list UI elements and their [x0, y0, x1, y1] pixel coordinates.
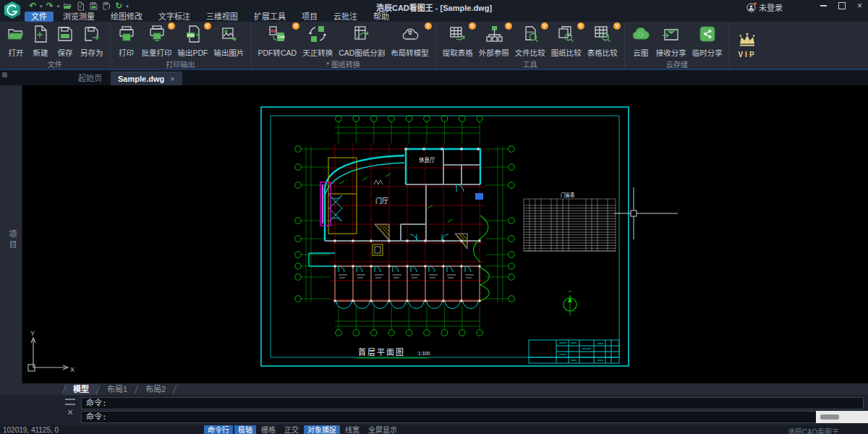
save-button[interactable]: 保存: [53, 24, 77, 59]
project-side-panel[interactable]: 项目: [0, 85, 22, 383]
cad-split-button[interactable]: CAD图纸分割: [336, 24, 388, 59]
layout-tab-bar: 模型布局1布局2: [0, 383, 868, 395]
command-input-1[interactable]: 命令:: [81, 397, 864, 409]
menu-item-帮助[interactable]: 帮助: [367, 12, 396, 22]
layout-tab-布局1[interactable]: 布局1: [98, 384, 136, 395]
drawing-compare-button[interactable]: V图纸比较: [548, 24, 584, 59]
cloud-drawing-icon: [631, 25, 650, 46]
vip-label: VIP: [736, 51, 758, 59]
save-as-button[interactable]: 另存为: [77, 24, 106, 59]
selected-object[interactable]: [475, 193, 483, 200]
cad-drawing[interactable]: 门窗表 首层平面图 1:100 休息厅: [22, 85, 868, 383]
menu-item-扩展工具[interactable]: 扩展工具: [247, 12, 292, 22]
command-input-2[interactable]: 命令:: [81, 411, 864, 423]
plan-title: 首层平面图 1:100: [357, 347, 430, 358]
ribbon-button-label: 提取表格: [443, 47, 473, 58]
minimize-button[interactable]: [820, 5, 827, 7]
undo-icon[interactable]: ↶: [29, 1, 36, 11]
crosshair-cursor: [614, 187, 678, 239]
export-image-button[interactable]: 输出图片: [211, 24, 247, 59]
table-compare-icon: [593, 25, 612, 46]
ribbon-button-label: 另存为: [80, 47, 103, 58]
receive-share-icon: [662, 25, 681, 46]
export-pdf-button[interactable]: PDFV输出PDF: [175, 24, 211, 59]
file-compare-button[interactable]: DWGV文件比较: [512, 24, 548, 59]
ribbon-group-打印输出: 打印V批量打印PDFV输出PDF输出图片打印输出: [111, 22, 252, 69]
ucs-x-label: X: [70, 366, 75, 373]
batch-print-icon: [148, 25, 166, 46]
notification-dot: [754, 2, 757, 5]
extract-table-icon: [448, 25, 467, 46]
sync-icon[interactable]: ↻: [115, 1, 122, 11]
status-toggle-正交[interactable]: 正交: [281, 425, 302, 434]
customize-caret-icon[interactable]: ▾: [126, 1, 129, 11]
status-toggle-命令行[interactable]: 命令行: [204, 425, 233, 434]
close-command-icon[interactable]: ×: [62, 405, 78, 420]
open-folder-icon[interactable]: [63, 1, 72, 11]
ribbon-button-label: 外部参照: [479, 47, 509, 58]
status-toggle-线宽[interactable]: 线宽: [341, 425, 363, 434]
save-icon[interactable]: [89, 1, 98, 11]
layout-to-model-icon: [401, 25, 420, 46]
command-scrollbar[interactable]: [816, 411, 868, 423]
tab-Sample.dwg[interactable]: Sample.dwg×: [111, 72, 182, 85]
tab-起始页[interactable]: 起始页: [71, 69, 109, 85]
menu-item-绘图修改[interactable]: 绘图修改: [104, 12, 149, 22]
ribbon-button-label: 临时分享: [692, 47, 723, 58]
menu-item-浏览测量[interactable]: 浏览测量: [56, 12, 101, 22]
menu-item-项目[interactable]: 项目: [295, 12, 324, 22]
menu-item-文件[interactable]: 文件: [25, 12, 54, 22]
title-block: [529, 340, 619, 363]
print-button[interactable]: 打印: [114, 24, 139, 59]
workspace: 项目: [0, 85, 868, 383]
menu-bar: 文件浏览测量绘图修改文字标注三维视图扩展工具项目云批注帮助: [0, 12, 868, 22]
user-label: 未登录: [759, 1, 783, 13]
scrollbar-thumb[interactable]: [820, 414, 839, 420]
command-grip[interactable]: [65, 399, 75, 405]
drawing-canvas[interactable]: 门窗表 首层平面图 1:100 休息厅: [22, 85, 868, 383]
cloud-drawing-button[interactable]: 云图: [629, 24, 653, 59]
batch-print-button[interactable]: V批量打印: [139, 24, 175, 59]
status-toggle-全屏显示[interactable]: 全屏显示: [365, 425, 401, 434]
xref-button[interactable]: V外部参照: [476, 24, 512, 59]
layout-to-model-button[interactable]: V布局转模型: [388, 24, 432, 59]
vip-badge-icon: V: [505, 22, 512, 30]
extract-table-button[interactable]: V提取表格: [440, 24, 476, 59]
close-button[interactable]: ×: [857, 1, 862, 10]
ribbon-group-图纸转换: PDFCADVPDF转CAD天正转换CAD图纸分割V布局转模型▾图纸转换: [252, 22, 436, 69]
status-toggle-栅格[interactable]: 栅格: [258, 425, 279, 434]
svg-text:PDF: PDF: [187, 33, 195, 38]
group-dropdown-icon[interactable]: ▾: [326, 61, 329, 67]
menu-item-三维视图[interactable]: 三维视图: [200, 12, 244, 22]
table-compare-button[interactable]: V表格比较: [584, 24, 621, 59]
panel-grip[interactable]: [2, 72, 7, 77]
new-file-button[interactable]: 新建: [28, 24, 53, 59]
undo-caret-icon[interactable]: ▾: [40, 1, 43, 11]
pdf-to-cad-button[interactable]: PDFCADVPDF转CAD: [255, 24, 300, 59]
temp-share-button[interactable]: 临时分享: [689, 24, 726, 59]
maximize-button[interactable]: [838, 2, 846, 9]
save-as-icon[interactable]: [102, 1, 111, 11]
window-title: 浩辰CAD看图王 - [Sample.dwg]: [376, 1, 492, 13]
status-toggle-极轴[interactable]: 极轴: [234, 425, 256, 434]
ribbon-group-云存储: 云图接收分享临时分享云存储: [625, 22, 730, 69]
open-folder-button[interactable]: 打开: [4, 24, 28, 59]
menu-item-文字标注[interactable]: 文字标注: [152, 12, 197, 22]
user-account-button[interactable]: 未登录: [746, 1, 783, 13]
redo-icon[interactable]: ↷: [46, 1, 54, 11]
new-file-icon[interactable]: [76, 1, 85, 11]
ucs-icon: Y X: [28, 330, 75, 373]
layout-tab-布局2[interactable]: 布局2: [137, 384, 174, 395]
vip-button[interactable]: VIP: [736, 33, 758, 59]
close-tab-icon[interactable]: ×: [170, 75, 174, 83]
receive-share-button[interactable]: 接收分享: [653, 24, 689, 59]
tz-convert-button[interactable]: 天正转换: [299, 24, 336, 59]
vip-badge-icon: V: [613, 22, 621, 30]
redo-caret-icon[interactable]: ▾: [57, 1, 60, 11]
ribbon-button-label: 图纸比较: [551, 47, 582, 58]
menu-item-云批注[interactable]: 云批注: [327, 12, 364, 22]
ribbon-button-label: 表格比较: [587, 47, 618, 58]
floor-plan-walls: [309, 149, 490, 301]
layout-tab-模型[interactable]: 模型: [64, 384, 98, 395]
status-toggle-对象捕捉[interactable]: 对象捕捉: [304, 425, 340, 434]
